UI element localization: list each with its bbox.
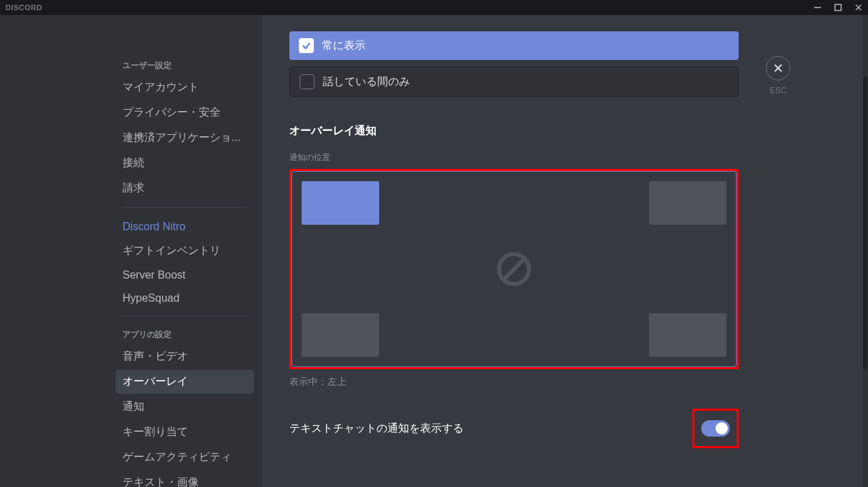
sidebar-item-nitro[interactable]: Discord Nitro bbox=[116, 216, 254, 238]
highlight-box bbox=[289, 169, 739, 369]
position-disabled[interactable] bbox=[495, 250, 533, 288]
sidebar-header-user-settings: ユーザー設定 bbox=[116, 56, 254, 76]
window-maximize-button[interactable] bbox=[834, 3, 842, 12]
window-titlebar: DISCORD bbox=[0, 0, 868, 15]
position-top-left[interactable] bbox=[302, 181, 379, 225]
checkbox-checked-icon bbox=[299, 38, 314, 53]
svg-rect-1 bbox=[835, 5, 841, 11]
sidebar-item-server-boost[interactable]: Server Boost bbox=[116, 264, 254, 286]
window-minimize-button[interactable] bbox=[814, 3, 822, 12]
sidebar-item-text-images[interactable]: テキスト・画像 bbox=[116, 471, 254, 487]
sidebar-separator bbox=[123, 316, 247, 317]
toggle-text-chat-notifications[interactable] bbox=[701, 420, 730, 437]
scrollbar-thumb[interactable] bbox=[863, 76, 867, 369]
sidebar-container: ユーザー設定 マイアカウント プライバシー・安全 連携済アプリケーショ... 接… bbox=[0, 15, 262, 487]
notification-position-picker bbox=[291, 171, 737, 367]
sidebar-item-game-activity[interactable]: ゲームアクティビティ bbox=[116, 445, 254, 469]
sidebar-item-overlay[interactable]: オーバーレイ bbox=[116, 370, 254, 394]
radio-while-speaking[interactable]: 話している間のみ bbox=[289, 67, 739, 97]
app-logo-text: DISCORD bbox=[5, 3, 42, 12]
radio-always-show[interactable]: 常に表示 bbox=[289, 31, 739, 60]
sidebar-item-voice-video[interactable]: 音声・ビデオ bbox=[116, 345, 254, 368]
radio-label: 話している間のみ bbox=[323, 75, 410, 89]
close-settings-button[interactable] bbox=[766, 56, 790, 80]
sidebar-header-app-settings: アプリの設定 bbox=[116, 325, 254, 345]
toggle-knob bbox=[716, 422, 728, 435]
window-controls bbox=[814, 3, 863, 12]
toggle-label-text-chat-notifications: テキストチャットの通知を表示する bbox=[289, 422, 464, 436]
position-bottom-right[interactable] bbox=[649, 313, 726, 357]
highlight-box bbox=[692, 409, 739, 448]
window-close-button[interactable] bbox=[854, 3, 863, 12]
sidebar-item-connections[interactable]: 接続 bbox=[116, 151, 254, 175]
sidebar-item-gift-inventory[interactable]: ギフトインベントリ bbox=[116, 239, 254, 263]
sidebar-item-billing[interactable]: 請求 bbox=[116, 176, 254, 200]
sidebar-separator bbox=[123, 207, 247, 208]
checkbox-unchecked-icon bbox=[300, 74, 315, 89]
settings-content: 常に表示 話している間のみ オーバーレイ通知 通知の位置 表示 bbox=[262, 15, 868, 487]
scrollbar-track[interactable] bbox=[863, 15, 868, 487]
field-label-position: 通知の位置 bbox=[289, 152, 739, 163]
sidebar-item-my-account[interactable]: マイアカウント bbox=[116, 76, 254, 99]
radio-label: 常に表示 bbox=[322, 39, 366, 53]
svg-line-5 bbox=[503, 258, 525, 280]
sidebar-item-connections-apps[interactable]: 連携済アプリケーショ... bbox=[116, 126, 254, 150]
sidebar-item-keybinds[interactable]: キー割り当て bbox=[116, 420, 254, 444]
sidebar-item-hypesquad[interactable]: HypeSquad bbox=[116, 287, 254, 309]
position-bottom-left[interactable] bbox=[302, 313, 379, 357]
sidebar-item-privacy[interactable]: プライバシー・安全 bbox=[116, 101, 254, 125]
position-top-right[interactable] bbox=[649, 181, 726, 225]
section-title-overlay-notifications: オーバーレイ通知 bbox=[289, 124, 739, 138]
position-status-text: 表示中：左上 bbox=[289, 376, 739, 388]
close-settings-label: ESC bbox=[770, 86, 787, 95]
sidebar-item-notifications[interactable]: 通知 bbox=[116, 395, 254, 419]
